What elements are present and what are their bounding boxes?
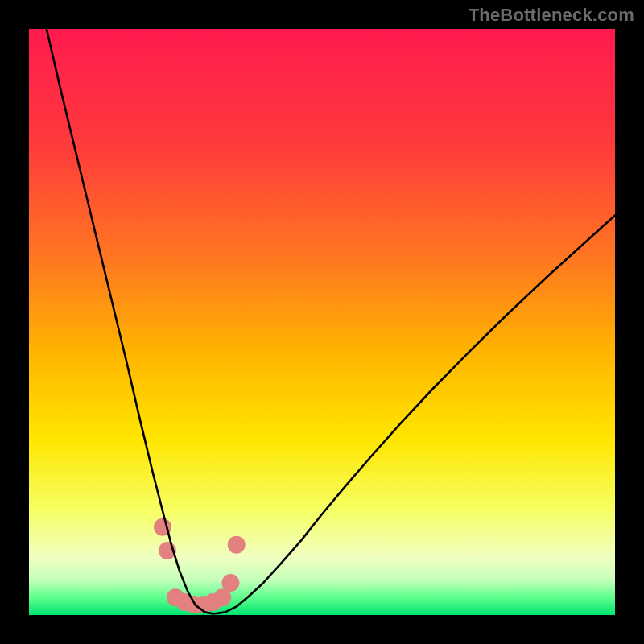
- bottleneck-curve: [47, 29, 615, 614]
- chart-frame: TheBottleneck.com: [0, 0, 644, 644]
- highlight-dot: [221, 574, 239, 592]
- curve-layer: [29, 29, 615, 615]
- highlight-dot: [228, 536, 246, 554]
- watermark-text: TheBottleneck.com: [469, 5, 634, 26]
- plot-area: [29, 29, 615, 615]
